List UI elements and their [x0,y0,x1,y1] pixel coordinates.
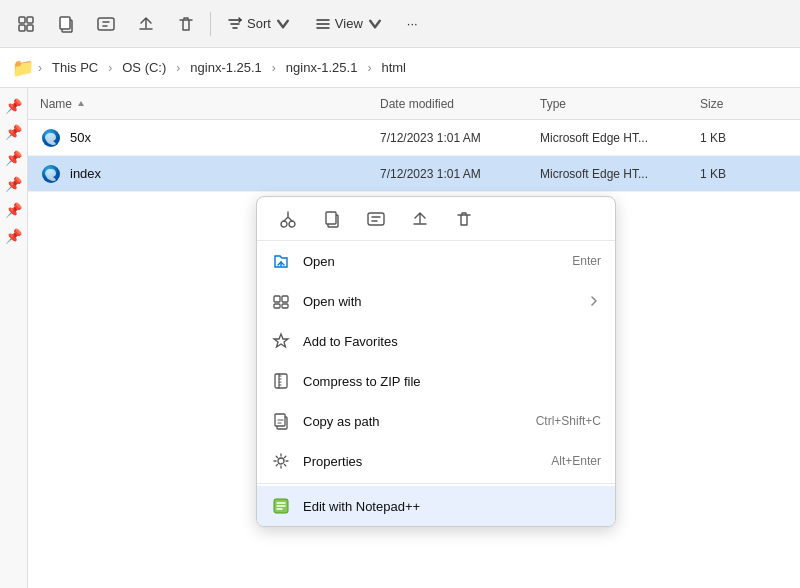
ctx-open-shortcut: Enter [572,254,601,268]
ctx-rename-icon[interactable] [361,204,391,234]
pin-icon-1[interactable]: 📌 [3,96,24,116]
view-chevron-icon [367,16,383,32]
ctx-openwith-label: Open with [303,294,575,309]
ctx-copypath-label: Copy as path [303,414,524,429]
zip-icon [271,371,291,391]
ctx-copy-icon[interactable] [317,204,347,234]
col-header-type: Type [540,97,700,111]
svg-rect-13 [368,213,384,225]
sort-label: Sort [247,16,271,31]
ctx-cut-icon[interactable] [273,204,303,234]
ctx-delete-icon[interactable] [449,204,479,234]
ctx-zip-label: Compress to ZIP file [303,374,601,389]
ctx-item-copy-path[interactable]: Copy as path Ctrl+Shift+C [257,401,615,441]
svg-rect-6 [98,18,114,30]
svg-rect-16 [274,304,280,308]
breadcrumb-this-pc[interactable]: This PC [46,58,104,77]
delete-icon[interactable] [168,6,204,42]
svg-rect-3 [27,25,33,31]
ctx-item-open[interactable]: Open Enter [257,241,615,281]
svg-point-21 [278,458,284,464]
file-type-index: Microsoft Edge HT... [540,167,700,181]
file-row-index[interactable]: index 7/12/2023 1:01 AM Microsoft Edge H… [28,156,800,192]
view-label: View [335,16,363,31]
ctx-notepad-label: Edit with Notepad++ [303,499,601,514]
toolbar-divider [210,12,211,36]
filename-index: index [70,166,101,181]
file-size-index: 1 KB [700,167,788,181]
breadcrumb-html[interactable]: html [375,58,412,77]
ctx-separator [257,483,615,484]
context-menu: Open Enter Open with Add to Favorites [256,196,616,527]
svg-rect-12 [326,212,336,224]
ctx-item-notepad[interactable]: Edit with Notepad++ [257,486,615,526]
ctx-favorites-label: Add to Favorites [303,334,601,349]
folder-icon: 📁 [12,57,34,79]
ctx-open-label: Open [303,254,560,269]
svg-rect-5 [60,17,70,29]
view-icon [315,16,331,32]
svg-rect-15 [282,296,288,302]
ctx-item-zip[interactable]: Compress to ZIP file [257,361,615,401]
ctx-properties-shortcut: Alt+Enter [551,454,601,468]
pin-icon-5[interactable]: 📌 [3,200,24,220]
svg-rect-1 [27,17,33,23]
col-header-date: Date modified [380,97,540,111]
more-button[interactable]: ··· [397,6,428,42]
ctx-properties-label: Properties [303,454,539,469]
ctx-item-favorites[interactable]: Add to Favorites [257,321,615,361]
file-date-index: 7/12/2023 1:01 AM [380,167,540,181]
notepad-icon [271,496,291,516]
breadcrumb-nginx-125-1a[interactable]: nginx-1.25.1 [184,58,268,77]
svg-point-10 [289,221,295,227]
breadcrumb-os-c[interactable]: OS (C:) [116,58,172,77]
rename-icon[interactable] [88,6,124,42]
copy-icon[interactable] [48,6,84,42]
sort-asc-icon [76,99,86,109]
file-date-50x: 7/12/2023 1:01 AM [380,131,540,145]
favorites-icon [271,331,291,351]
openwith-arrow-icon [587,294,601,308]
svg-rect-17 [282,304,288,308]
svg-rect-2 [19,25,25,31]
left-sidebar: 📌 📌 📌 📌 📌 📌 [0,88,28,588]
openwith-icon [271,291,291,311]
main-toolbar: Sort View ··· [0,0,800,48]
share-icon[interactable] [128,6,164,42]
pin-icon-3[interactable]: 📌 [3,148,24,168]
ctx-item-properties[interactable]: Properties Alt+Enter [257,441,615,481]
open-icon [271,251,291,271]
svg-point-9 [281,221,287,227]
navigate-back-icon[interactable] [8,6,44,42]
context-menu-toolbar [257,197,615,241]
file-icon-index [40,163,62,185]
pin-icon-6[interactable]: 📌 [3,226,24,246]
breadcrumb-nginx-125-1b[interactable]: nginx-1.25.1 [280,58,364,77]
properties-icon [271,451,291,471]
sort-button[interactable]: Sort [217,6,301,42]
file-row-50x[interactable]: 50x 7/12/2023 1:01 AM Microsoft Edge HT.… [28,120,800,156]
sort-chevron-icon [275,16,291,32]
breadcrumb: 📁 › This PC › OS (C:) › nginx-1.25.1 › n… [0,48,800,88]
pin-icon-2[interactable]: 📌 [3,122,24,142]
ctx-copypath-shortcut: Ctrl+Shift+C [536,414,601,428]
file-type-50x: Microsoft Edge HT... [540,131,700,145]
pin-icon-4[interactable]: 📌 [3,174,24,194]
more-label: ··· [407,16,418,31]
col-header-name[interactable]: Name [40,97,380,111]
filename-50x: 50x [70,130,91,145]
ctx-share-icon[interactable] [405,204,435,234]
ctx-item-open-with[interactable]: Open with [257,281,615,321]
col-header-size: Size [700,97,788,111]
file-size-50x: 1 KB [700,131,788,145]
file-list-header: Name Date modified Type Size [28,88,800,120]
svg-rect-0 [19,17,25,23]
file-icon-50x [40,127,62,149]
copypath-icon [271,411,291,431]
svg-rect-14 [274,296,280,302]
view-button[interactable]: View [305,6,393,42]
